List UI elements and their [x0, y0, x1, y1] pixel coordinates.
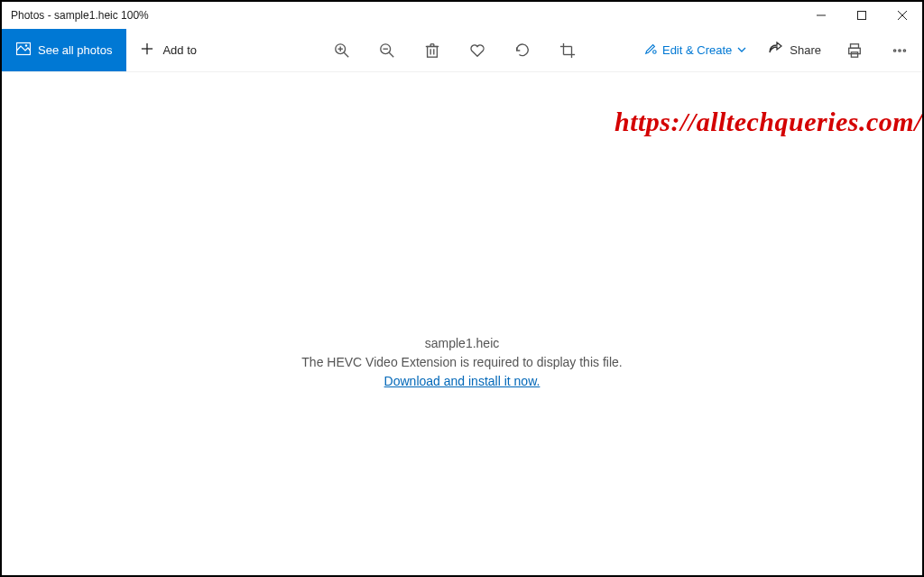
- chevron-down-icon: [737, 43, 746, 57]
- window-controls: [800, 2, 922, 29]
- svg-line-9: [344, 52, 348, 57]
- error-message-block: sample1.heic The HEVC Video Extension is…: [301, 334, 622, 391]
- rotate-button[interactable]: [500, 29, 545, 72]
- download-extension-link[interactable]: Download and install it now.: [384, 374, 541, 388]
- svg-line-13: [389, 52, 393, 57]
- window-title: Photos - sample1.heic 100%: [11, 9, 149, 22]
- minimize-button[interactable]: [800, 2, 841, 29]
- maximize-button[interactable]: [841, 2, 882, 29]
- svg-point-5: [25, 44, 27, 46]
- svg-point-26: [653, 51, 657, 54]
- svg-point-30: [893, 50, 895, 51]
- watermark-text: https://alltechqueries.com/: [614, 107, 922, 137]
- content-area: https://alltechqueries.com/ sample1.heic…: [2, 72, 922, 575]
- svg-point-32: [903, 50, 905, 51]
- svg-rect-15: [428, 46, 438, 57]
- delete-button[interactable]: [410, 29, 455, 72]
- plus-icon: [141, 42, 153, 58]
- add-to-button[interactable]: Add to: [126, 29, 211, 71]
- share-label: Share: [790, 43, 821, 57]
- titlebar: Photos - sample1.heic 100%: [2, 2, 922, 29]
- center-tools: [319, 29, 590, 71]
- more-options-button[interactable]: [877, 29, 922, 72]
- svg-rect-28: [849, 48, 861, 53]
- share-button[interactable]: Share: [757, 29, 832, 71]
- edit-create-label: Edit & Create: [662, 43, 732, 57]
- print-button[interactable]: [832, 29, 877, 72]
- add-to-label: Add to: [162, 43, 197, 57]
- photos-icon: [16, 42, 31, 59]
- zoom-in-button[interactable]: [319, 29, 365, 72]
- favorite-button[interactable]: [455, 29, 500, 72]
- filename-text: sample1.heic: [301, 334, 622, 353]
- see-all-photos-label: See all photos: [38, 43, 112, 57]
- close-button[interactable]: [882, 2, 922, 29]
- error-message-text: The HEVC Video Extension is required to …: [301, 353, 622, 372]
- edit-create-button[interactable]: Edit & Create: [633, 29, 757, 71]
- crop-button[interactable]: [545, 29, 590, 72]
- edit-icon: [644, 42, 657, 58]
- share-icon: [768, 42, 782, 59]
- toolbar: See all photos Add to Edit &: [2, 29, 922, 72]
- svg-point-31: [899, 50, 901, 51]
- zoom-out-button[interactable]: [365, 29, 410, 72]
- svg-rect-29: [851, 52, 857, 57]
- see-all-photos-button[interactable]: See all photos: [2, 29, 126, 71]
- svg-rect-1: [857, 12, 865, 20]
